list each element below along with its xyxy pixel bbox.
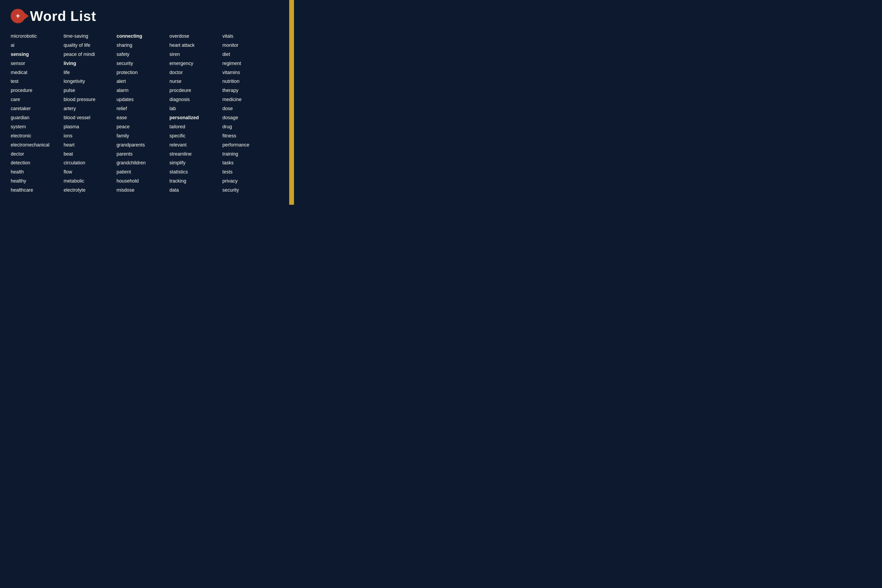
column-5: vitalsmonitordietregimentvitaminsnutriti… — [222, 33, 275, 194]
logo-plus: + — [16, 12, 20, 20]
word-item: medical — [11, 69, 64, 76]
word-item: peace of mindi — [64, 51, 117, 58]
column-2: time-savingquality of lifepeace of mindi… — [64, 33, 117, 194]
word-item: dose — [222, 105, 275, 112]
word-item: security — [117, 60, 170, 68]
word-item: performance — [222, 141, 275, 149]
word-item: privacy — [222, 177, 275, 185]
word-item: sharing — [117, 42, 170, 49]
word-item: sensing — [11, 51, 64, 58]
column-4: overdoseheart attacksirenemergencydoctor… — [170, 33, 222, 194]
word-item: tests — [222, 168, 275, 176]
word-item: electromechanical — [11, 141, 64, 149]
word-item: safety — [117, 51, 170, 58]
word-item: diagnosis — [170, 96, 222, 104]
word-item: peace — [117, 123, 170, 131]
word-item: blood vessel — [64, 114, 117, 122]
word-item: drug — [222, 123, 275, 131]
word-item: patient — [117, 168, 170, 176]
word-item: vitals — [222, 33, 275, 40]
word-item: doctor — [170, 69, 222, 76]
word-item: tailored — [170, 123, 222, 131]
gold-stripe — [289, 0, 294, 205]
word-item: pulse — [64, 87, 117, 94]
word-item: microrobotic — [11, 33, 64, 40]
word-item: quality of life — [64, 42, 117, 49]
word-item: relief — [117, 105, 170, 112]
word-item: grandparents — [117, 141, 170, 149]
word-item: streamline — [170, 150, 222, 158]
word-item: heart — [64, 141, 117, 149]
word-item: connecting — [117, 33, 170, 40]
word-item: personalized — [170, 114, 222, 122]
word-item: protection — [117, 69, 170, 76]
word-item: electronic — [11, 132, 64, 140]
word-item: ai — [11, 42, 64, 49]
word-item: statistics — [170, 168, 222, 176]
word-item: grandchildren — [117, 159, 170, 167]
word-item: tracking — [170, 177, 222, 185]
word-item: life — [64, 69, 117, 76]
word-item: training — [222, 150, 275, 158]
word-item: diet — [222, 51, 275, 58]
word-item: nurse — [170, 78, 222, 85]
word-item: medicine — [222, 96, 275, 104]
word-item: fitness — [222, 132, 275, 140]
word-item: siren — [170, 51, 222, 58]
word-item: artery — [64, 105, 117, 112]
word-item: family — [117, 132, 170, 140]
word-item: health — [11, 168, 64, 176]
word-item: flow — [64, 168, 117, 176]
word-item: data — [170, 186, 222, 194]
word-item: circulation — [64, 159, 117, 167]
word-item: healthy — [11, 177, 64, 185]
column-3: connectingsharingsafetysecurityprotectio… — [117, 33, 170, 194]
word-item: ease — [117, 114, 170, 122]
word-item: regiment — [222, 60, 275, 68]
word-item: heart attack — [170, 42, 222, 49]
word-columns: microroboticaisensingsensormedicaltestpr… — [11, 33, 283, 194]
logo-icon: + — [11, 9, 25, 23]
page-title: Word List — [30, 8, 96, 24]
word-item: dosage — [222, 114, 275, 122]
word-item: caretaker — [11, 105, 64, 112]
word-item: tasks — [222, 159, 275, 167]
word-item: metabolic — [64, 177, 117, 185]
word-item: test — [11, 78, 64, 85]
word-item: time-saving — [64, 33, 117, 40]
word-item: monitor — [222, 42, 275, 49]
word-item: updates — [117, 96, 170, 104]
word-item: plasma — [64, 123, 117, 131]
word-item: alarm — [117, 87, 170, 94]
word-item: alert — [117, 78, 170, 85]
word-item: longetivity — [64, 78, 117, 85]
word-item: simplify — [170, 159, 222, 167]
word-item: electrolyte — [64, 186, 117, 194]
word-item: nutrition — [222, 78, 275, 85]
word-item: healthcare — [11, 186, 64, 194]
word-item: ions — [64, 132, 117, 140]
word-item: blood pressure — [64, 96, 117, 104]
word-item: vitamins — [222, 69, 275, 76]
header: + Word List — [11, 8, 283, 24]
word-item: living — [64, 60, 117, 68]
word-item: care — [11, 96, 64, 104]
word-item: specific — [170, 132, 222, 140]
word-item: therapy — [222, 87, 275, 94]
word-item: overdose — [170, 33, 222, 40]
word-item: household — [117, 177, 170, 185]
word-item: security — [222, 186, 275, 194]
word-item: guardian — [11, 114, 64, 122]
word-item: procdeure — [170, 87, 222, 94]
word-item: detection — [11, 159, 64, 167]
word-item: parents — [117, 150, 170, 158]
word-item: beat — [64, 150, 117, 158]
word-item: procedure — [11, 87, 64, 94]
word-item: relevant — [170, 141, 222, 149]
word-item: sensor — [11, 60, 64, 68]
word-item: system — [11, 123, 64, 131]
word-item: dector — [11, 150, 64, 158]
word-item: emergency — [170, 60, 222, 68]
word-item: lab — [170, 105, 222, 112]
page-container: + Word List microroboticaisensingsensorm… — [0, 0, 294, 205]
